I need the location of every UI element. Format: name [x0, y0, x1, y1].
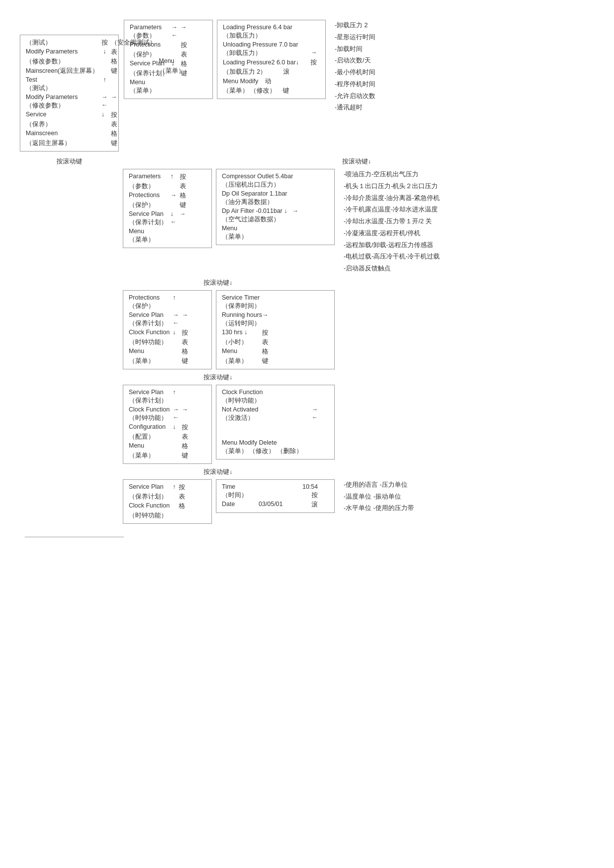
menu-item: Clock Function: [127, 502, 171, 511]
menu-item: Service Plan: [127, 210, 169, 218]
menu-key: 键: [179, 69, 189, 78]
menu-item: Protections: [127, 294, 171, 302]
menu-item: Configuration: [127, 423, 171, 432]
menu-arrowl: ←: [171, 413, 181, 423]
compressor-detail-box: Compressor Outlet 5.4bar （压缩机出口压力） Dp Oi…: [216, 169, 335, 245]
menu-key: 按: [180, 423, 190, 432]
menu-key: 表: [180, 338, 190, 347]
clock-label: Clock Function: [220, 388, 319, 396]
left-arrow: →: [100, 93, 109, 101]
menu-key: 格: [177, 502, 187, 511]
clock-label-cn: （时钟功能）: [220, 396, 319, 406]
param-label-cn: （加载压力）: [221, 31, 318, 41]
menu-key: 表: [180, 432, 190, 442]
menu-arrowl: ←: [170, 31, 179, 41]
left-row-label: Mainscreen(返回主屏幕）: [24, 66, 100, 76]
middle-menu-box: Parameters → → （参数） ← Protections: [124, 20, 213, 99]
menu-key: 键: [180, 357, 190, 366]
menu-item: Protections: [127, 191, 169, 201]
menu-item-cn: （菜单）: [127, 451, 171, 460]
menu-item-label: Parameters: [128, 23, 170, 31]
menu-item: Menu: [127, 347, 171, 357]
scroll-key-middle: 按滚动键↓: [119, 156, 594, 167]
left-arrowl: ←: [100, 101, 109, 110]
param-label: Loading Pressure2 6.0 bar↓ 按: [221, 58, 318, 67]
menu-item: Clock Function: [127, 406, 171, 413]
left-arrow: ↑: [100, 76, 109, 84]
right-annotations-1: -卸载压力 2 -星形运行时间 -加载时间 -启动次数/天 -最小停机时间 -程…: [330, 20, 375, 114]
left-row-key: 表: [109, 120, 157, 129]
menu-item-cn: （保养计划）: [127, 218, 169, 227]
menu-item-cn: （时钟功能）: [127, 511, 171, 520]
menu-item-label-cn: （保养计划）: [128, 69, 170, 78]
comp-label-cn: （菜单）: [220, 232, 300, 242]
left-nav-block: （测试） 按 （安全阀测试） Modify Parameters ↓ 表 （修改…: [20, 35, 119, 152]
time-label: Time 10:54: [220, 483, 319, 491]
middle-menu-box-4: Service Plan ↑ （保养计划） Clock Function → →…: [123, 385, 212, 464]
menu-arrow-dn: ↓: [171, 328, 181, 338]
date-label: Date 03/05/01 滚: [220, 500, 319, 510]
menu-key: 按: [178, 172, 188, 182]
menu-arrow: ↓: [170, 59, 179, 69]
param-label: Loading Pressure 6.4 bar: [221, 23, 318, 31]
middle-menu-box-2: Parameters ↑ 按 （参数） 表 Protections → 格 （保…: [123, 169, 212, 248]
menu-arrow: →: [171, 406, 181, 413]
menu-key: 表: [178, 182, 188, 191]
menu-key: 格: [178, 191, 188, 201]
left-row-key: 键: [109, 139, 157, 148]
menu-arrow-up: ↑: [171, 294, 181, 302]
menu-item-label-cn: （保护）: [128, 50, 170, 59]
menu-item: Parameters: [127, 172, 169, 182]
menu-item: Service Plan: [127, 311, 171, 319]
menu-item-cn: （保护）: [127, 201, 169, 210]
menu-key: 格: [180, 347, 190, 357]
left-row-label: （保养）: [24, 120, 100, 129]
menu-item-label-cn: （菜单）: [128, 86, 170, 96]
menu-arrow2: →: [179, 23, 189, 31]
svc-label-cn: （小时） 表: [220, 338, 270, 347]
menu-key: 键: [180, 451, 190, 460]
menu-key: 按: [179, 41, 189, 50]
menu-key: 表: [179, 50, 189, 59]
scroll-key-2: 按滚动键↓: [119, 278, 317, 288]
menu-arrow2: →: [180, 406, 190, 413]
menu-item-cn: （时钟功能）: [127, 338, 171, 347]
right-annotations-2: -喷油压力-空压机出气压力 -机头１出口压力-机头２出口压力 -冷却介质温度-油…: [339, 169, 440, 275]
svc-label: Menu 格: [220, 347, 270, 357]
menu-item-cn: （菜单）: [127, 235, 169, 245]
param-label-cn: （卸载压力） →: [221, 49, 318, 58]
menu-key: 格: [180, 442, 190, 451]
left-row-key: 格: [109, 129, 157, 139]
time-label-cn: （时间） 按: [220, 491, 319, 500]
svc-label: Service Timer: [220, 294, 270, 302]
menu-key: 键: [178, 201, 188, 210]
menu-item-cn: （保养计划）: [127, 396, 171, 406]
left-arrow: ↓: [100, 48, 109, 57]
clock-label: Not Activated →: [220, 406, 319, 413]
service-timer-box: Service Timer （保养时间） Running hours → （运转…: [216, 290, 335, 369]
param-label: Menu Modify 动: [221, 77, 318, 86]
clock-function-box: Clock Function （时钟功能） Not Activated → （没…: [216, 385, 335, 460]
menu-arrow-dn: ↓: [171, 423, 181, 432]
left-row-label: （修改参数）: [24, 101, 100, 110]
menu-arrow-up: ↑: [171, 388, 181, 396]
left-row-label: （测试）: [24, 84, 100, 93]
param-label: Unloading Pressure 7.0 bar: [221, 41, 318, 49]
menu-item: Clock Function: [127, 328, 171, 338]
comp-label: Menu: [220, 224, 300, 232]
menu-item-cn: （保养计划）: [127, 319, 171, 328]
menu-item: Menu: [127, 227, 169, 235]
menu-item-label: Menu: [128, 78, 170, 86]
comp-label: Dp Air Filter -0.011bar ↓ →: [220, 207, 300, 215]
menu-arrowl: ←: [171, 319, 181, 328]
menu-item: Service Plan: [127, 388, 171, 396]
menu-item-cn: （菜单）: [127, 357, 171, 366]
svc-label-cn: （运转时间）: [220, 319, 270, 328]
middle-menu-box-3: Protections ↑ （保护） Service Plan → → （保养计…: [123, 290, 212, 369]
svc-label: Running hours →: [220, 311, 270, 319]
clock-label-cn: （没激活） ←: [220, 413, 319, 423]
menu-arrow: →: [169, 191, 178, 201]
svc-label-cn: （保养时间）: [220, 302, 270, 311]
menu-arrow-up: ↑: [171, 483, 177, 492]
param-label-cn: （加载压力 2） 滚: [221, 67, 318, 77]
